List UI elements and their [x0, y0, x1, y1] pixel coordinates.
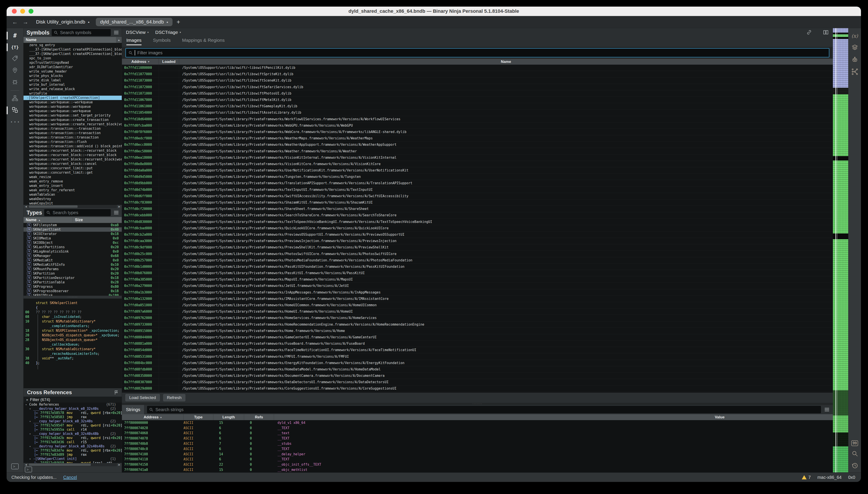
- table-row[interactable]: 0x7ffd11080000/System/iOSSupport/usr/lib…: [122, 65, 833, 71]
- table-row[interactable]: 0x7ffd0fcba000/System/iOSSupport/System/…: [122, 122, 833, 129]
- table-row[interactable]: 0x7ffd08358000/System/iOSSupport/System/…: [122, 373, 833, 379]
- symbol-list-item[interactable]: workqueue::workqueue::workqueue: [23, 109, 122, 113]
- type-list-item[interactable]: SSKIOIterator0x18: [23, 232, 122, 236]
- symbol-list-item[interactable]: -[SKHelperClient createXPCConnection]: [23, 96, 122, 100]
- string-row[interactable]: 7ff8000741a8ASCII150__objc_methlist: [122, 467, 833, 472]
- table-row[interactable]: 0x7ffd097a6000/System/iOSSupport/System/…: [122, 308, 833, 315]
- type-list-item[interactable]: SSKProgressObserver0x18: [23, 289, 122, 293]
- tab-symbols[interactable]: Symbols: [153, 38, 171, 44]
- symbol-list-item[interactable]: weakDestroy: [23, 197, 122, 201]
- sidebar-rail-types-braces[interactable]: {T}: [10, 43, 20, 52]
- xref-row[interactable]: ▾___destroy_helper_block_e8_32s40s{2}: [23, 407, 122, 411]
- symbol-list-item[interactable]: weak_entry_for_referent: [23, 188, 122, 192]
- xref-row[interactable]: ▾-[SKHelperClient init]{1}: [23, 457, 122, 461]
- feature-minimap[interactable]: [833, 28, 848, 472]
- new-tab-button[interactable]: +: [176, 18, 180, 25]
- symbol-list-item[interactable]: write_buf_internal: [23, 82, 122, 87]
- symbol-list-item[interactable]: xpc_to_json: [23, 56, 122, 60]
- table-row[interactable]: 0x7ffd11067000/System/iOSSupport/usr/lib…: [122, 97, 833, 103]
- symbol-list-item[interactable]: ___37-[SKHelperClient createXPCConnectio…: [23, 52, 122, 56]
- strings-menu-icon[interactable]: [824, 406, 830, 413]
- xrefs-filter-row[interactable]: ▸ Filter (674): [23, 397, 122, 402]
- sidebar-rail-stack-layers[interactable]: [850, 44, 859, 52]
- tab-disk-utility[interactable]: Disk Utility_origin.bndb ●: [32, 18, 94, 26]
- tab-images[interactable]: Images: [126, 38, 141, 45]
- filter-images-input[interactable]: [137, 50, 827, 56]
- column-header-value[interactable]: Value: [274, 414, 833, 420]
- symbols-search-input[interactable]: [60, 30, 109, 35]
- symbol-list-item[interactable]: weakTableScan: [23, 192, 122, 197]
- symbol-list-item[interactable]: workqueue::transaction::transaction: [23, 135, 122, 139]
- scroll-left-button[interactable]: ◀: [23, 463, 28, 466]
- symbol-list-item[interactable]: workqueue::recurrent_block::recurrent_bl…: [23, 157, 122, 162]
- type-list-item[interactable]: SSKPartition0x20: [23, 271, 122, 276]
- symbol-list-item[interactable]: workqueue::workqueue::workqueue: [23, 104, 122, 109]
- symbol-list-item[interactable]: writeFile: [23, 91, 122, 96]
- table-row[interactable]: 0x7ffd0b1d0000/System/iOSSupport/System/…: [122, 264, 833, 270]
- table-row[interactable]: 0x7ffd0a279000/System/iOSSupport/System/…: [122, 283, 833, 289]
- terminal-icon[interactable]: >_: [25, 467, 32, 472]
- table-row[interactable]: 0x7ffd08844000/System/iOSSupport/System/…: [122, 334, 833, 341]
- dsctriage-menu[interactable]: DSCTriage▾: [155, 30, 181, 35]
- string-row[interactable]: 7ff800074158ASCII220__objc_init_offs__TE…: [122, 462, 833, 467]
- strings-search[interactable]: [147, 406, 821, 413]
- struct-code-line[interactable]: 00?? ?? ?? ?? ?? ?? ?? ??: [23, 310, 122, 315]
- sidebar-rail-history-clock[interactable]: [850, 462, 859, 470]
- symbol-list-item[interactable]: write_and_release_block: [23, 87, 122, 91]
- symbols-search[interactable]: [52, 29, 111, 36]
- table-row[interactable]: 0x7ffd10d64000/System/iOSSupport/System/…: [122, 116, 833, 122]
- xref-row[interactable]: |←7ff917e5954fmovrdi, qword [rsi+0x20]: [23, 423, 122, 428]
- symbol-list-item[interactable]: workqueue::transaction::~transaction: [23, 131, 122, 135]
- refresh-button[interactable]: Refresh: [163, 394, 186, 402]
- struct-code-line[interactable]: 40};: [23, 361, 122, 365]
- table-row[interactable]: 0x7ffd0f8f6000/System/iOSSupport/System/…: [122, 129, 833, 135]
- symbol-list-item[interactable]: zero_sg_entry: [23, 43, 122, 47]
- table-row[interactable]: 0x7ffd0881a000/System/iOSSupport/System/…: [122, 341, 833, 347]
- string-row[interactable]: 7ff800074068ASCII60__text: [122, 431, 833, 436]
- struct-code-line[interactable]: 30struct NSMutableDictionary*: [23, 347, 122, 352]
- symbol-list-item[interactable]: write_phys_blocks: [23, 74, 122, 78]
- table-row[interactable]: 0x7ffd08fdb000/System/iOSSupport/System/…: [122, 366, 833, 373]
- type-list-item[interactable]: SSKIOObject0xc: [23, 241, 122, 245]
- symbol-list-item[interactable]: workqueue::transaction::flush: [23, 139, 122, 144]
- type-list-item[interactable]: SSKMountParams0x20: [23, 267, 122, 271]
- symbols-hscrollbar[interactable]: ◀ ▶: [23, 205, 122, 208]
- table-row[interactable]: 0x7ffd0cbad000/System/iOSSupport/System/…: [122, 225, 833, 231]
- symbol-list-item[interactable]: workqueue::recurrent_block::cancel: [23, 162, 122, 166]
- struct-code-line[interactable]: _completionHandlers;: [23, 324, 122, 328]
- table-row[interactable]: 0x7ffd0d6ff000/System/iOSSupport/System/…: [122, 193, 833, 200]
- table-row[interactable]: 0x7ffd0d9bb000/System/iOSSupport/System/…: [122, 180, 833, 186]
- table-row[interactable]: 0x7ffd0b076000/System/iOSSupport/System/…: [122, 270, 833, 277]
- warnings-indicator[interactable]: 7: [802, 475, 811, 480]
- symbol-list-item[interactable]: weak_entry_remove: [23, 179, 122, 184]
- string-row[interactable]: 7ff800074108ASCII140__delay_helper: [122, 452, 833, 457]
- table-row[interactable]: 0x7ffd0829d000/System/iOSSupport/System/…: [122, 385, 833, 392]
- string-row[interactable]: 7ff800000000ASCII150dyld_v1 x86_64: [122, 420, 833, 425]
- xref-row[interactable]: |←7ff917e8f658movqword [rax], rdi: [23, 461, 122, 463]
- table-row[interactable]: 0x7ffd0cf83000/System/iOSSupport/System/…: [122, 200, 833, 206]
- type-list-item[interactable]: SSKMediaKit0x0: [23, 258, 122, 263]
- struct-code-line[interactable]: _recacheAbuseLimiterInfo;: [23, 352, 122, 356]
- struct-code-line[interactable]: _callbackQueue;: [23, 342, 122, 347]
- type-list-item[interactable]: SSKFilesystem0xa8: [23, 223, 122, 227]
- xref-row[interactable]: |←7ff917e83d89jmprax: [23, 453, 122, 457]
- symbol-list-item[interactable]: workqueue::workqueue::~workqueue: [23, 100, 122, 104]
- type-list-item[interactable]: SSKLogAnalyticsSink0x0: [23, 249, 122, 254]
- table-row[interactable]: 0x7ffd0a385000/System/iOSSupport/System/…: [122, 277, 833, 283]
- symbol-list-item[interactable]: xpcTrustSettingsRead: [23, 60, 122, 65]
- table-row[interactable]: 0x7ffd0da0a000/System/iOSSupport/System/…: [122, 167, 833, 174]
- type-list-item[interactable]: SSKMediaKitFSInfo0x10: [23, 263, 122, 267]
- xrefs-hscrollbar[interactable]: ◀ ▶: [23, 463, 122, 466]
- table-row[interactable]: 0x7ffd11077000/System/iOSSupport/usr/lib…: [122, 71, 833, 77]
- horizontal-splitter-handle[interactable]: ·······: [122, 403, 833, 405]
- cancel-update-link[interactable]: Cancel: [63, 475, 77, 480]
- types-menu-icon[interactable]: [113, 209, 120, 216]
- sidebar-rail-variables[interactable]: (x): [850, 32, 859, 40]
- scroll-left-button[interactable]: ◀: [23, 205, 28, 208]
- xref-row[interactable]: ▾___copy_helper_block_e8_32s40s48b{2}: [23, 432, 122, 436]
- table-row[interactable]: 0x7ffd11072000/System/iOSSupport/usr/lib…: [122, 84, 833, 90]
- symbol-list-item[interactable]: weakCopyInit: [23, 201, 122, 205]
- column-header-address[interactable]: Address▾: [122, 59, 159, 65]
- table-row[interactable]: 0x7ffd0a1b3000/System/iOSSupport/System/…: [122, 289, 833, 296]
- types-search[interactable]: [44, 209, 111, 216]
